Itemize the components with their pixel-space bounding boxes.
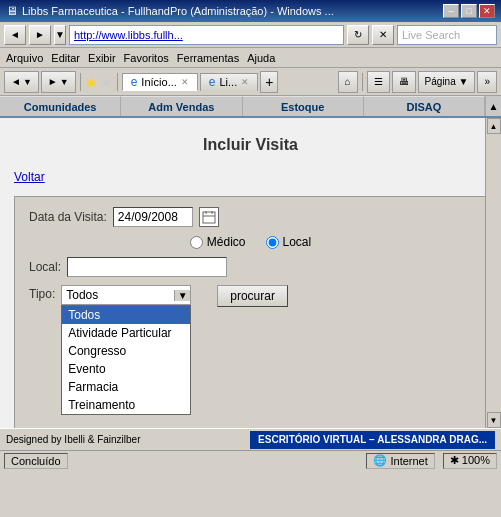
nav-scroll-btn[interactable]: ▲ — [485, 96, 501, 116]
radio-local-label: Local — [283, 235, 312, 249]
content-area: Incluir Visita Voltar Data da Visita: — [0, 118, 501, 428]
favorites-add-icon[interactable]: ★ — [100, 74, 113, 90]
local-row: Local: — [29, 257, 472, 277]
menu-favoritos[interactable]: Favoritos — [124, 52, 169, 64]
local-input[interactable] — [67, 257, 227, 277]
dropdown-item-treinamento[interactable]: Treinamento — [62, 396, 190, 414]
dropdown-item-todos[interactable]: Todos — [62, 306, 190, 324]
address-bar: ◄ ► ▼ http://www.libbs.fullh... ↻ ✕ Live… — [0, 22, 501, 48]
radio-local-option[interactable]: Local — [266, 235, 312, 249]
dropdown-item-evento[interactable]: Evento — [62, 360, 190, 378]
title-bar: 🖥 Libbs Farmaceutica - FullhandPro (Admi… — [0, 0, 501, 22]
tipo-label: Tipo: — [29, 287, 55, 301]
page-btn[interactable]: Página ▼ — [418, 71, 476, 93]
forward-button[interactable]: ► — [29, 25, 51, 45]
tipo-select-display[interactable]: Todos ▼ — [61, 285, 191, 305]
page-title: Incluir Visita — [10, 136, 491, 154]
radio-medico-label: Médico — [207, 235, 246, 249]
radio-medico[interactable] — [190, 236, 203, 249]
page-content: Incluir Visita Voltar Data da Visita: — [0, 118, 501, 428]
app-icon: 🖥 — [6, 4, 18, 18]
tab-inicio[interactable]: e Início... ✕ — [122, 73, 198, 91]
tipo-row: Tipo: Todos ▼ Todos Atividade Particular… — [29, 285, 472, 415]
new-tab-btn[interactable]: + — [260, 71, 278, 93]
tab-li[interactable]: e Li... ✕ — [200, 73, 258, 91]
date-label: Data da Visita: — [29, 210, 107, 224]
menu-editar[interactable]: Editar — [51, 52, 80, 64]
dropdown-item-farmacia[interactable]: Farmacia — [62, 378, 190, 396]
ie-icon: e — [131, 75, 138, 89]
footer-bar: Designed by Ibelli & Fainzilber ESCRITÓR… — [0, 428, 501, 450]
calendar-button[interactable] — [199, 207, 219, 227]
minimize-button[interactable]: – — [443, 4, 459, 18]
print-btn[interactable]: 🖶 — [392, 71, 416, 93]
menu-bar: Arquivo Editar Exibir Favoritos Ferramen… — [0, 48, 501, 68]
tipo-dropdown-container: Todos ▼ Todos Atividade Particular Congr… — [61, 285, 191, 415]
radio-group: Médico Local — [29, 235, 472, 249]
tipo-dropdown-list: Todos Atividade Particular Congresso Eve… — [61, 305, 191, 415]
toolbar: ◄ ▼ ► ▼ ★ ★ e Início... ✕ e Li... ✕ + ⌂ … — [0, 68, 501, 96]
nav-tab-adm-vendas[interactable]: Adm Vendas — [121, 96, 242, 116]
menu-ferramentas[interactable]: Ferramentas — [177, 52, 239, 64]
ie-icon-2: e — [209, 75, 216, 89]
forward-toolbar-btn[interactable]: ► ▼ — [41, 71, 76, 93]
procurar-button[interactable]: procurar — [217, 285, 288, 307]
menu-ajuda[interactable]: Ajuda — [247, 52, 275, 64]
extra-btn[interactable]: » — [477, 71, 497, 93]
home-btn[interactable]: ⌂ — [338, 71, 358, 93]
radio-local[interactable] — [266, 236, 279, 249]
toolbar-sep-3 — [362, 73, 363, 91]
close-button[interactable]: ✕ — [479, 4, 495, 18]
feeds-btn[interactable]: ☰ — [367, 71, 390, 93]
back-link[interactable]: Voltar — [14, 170, 45, 184]
stop-button[interactable]: ✕ — [372, 25, 394, 45]
dropdown-button[interactable]: ▼ — [54, 25, 66, 45]
scroll-up-btn[interactable]: ▲ — [487, 118, 501, 134]
date-row: Data da Visita: — [29, 207, 472, 227]
menu-exibir[interactable]: Exibir — [88, 52, 116, 64]
nav-tab-comunidades[interactable]: Comunidades — [0, 96, 121, 116]
date-input[interactable] — [113, 207, 193, 227]
window-title: Libbs Farmaceutica - FullhandPro (Admini… — [22, 5, 334, 17]
maximize-button[interactable]: □ — [461, 4, 477, 18]
globe-icon: 🌐 — [373, 454, 387, 467]
nav-tab-disaq[interactable]: DISAQ — [364, 96, 485, 116]
local-label: Local: — [29, 260, 61, 274]
toolbar-sep-1 — [80, 73, 81, 91]
favorites-star-icon[interactable]: ★ — [85, 74, 98, 90]
nav-tab-estoque[interactable]: Estoque — [243, 96, 364, 116]
tipo-selected-value: Todos — [62, 288, 174, 302]
back-toolbar-btn[interactable]: ◄ ▼ — [4, 71, 39, 93]
address-input[interactable]: http://www.libbs.fullh... — [69, 25, 344, 45]
scroll-down-btn[interactable]: ▼ — [487, 412, 501, 428]
nav-tabs: Comunidades Adm Vendas Estoque DISAQ ▲ — [0, 96, 501, 118]
status-text: Concluído — [4, 453, 68, 469]
status-bar: Concluído 🌐 Internet ✱ 100% — [0, 450, 501, 470]
dropdown-item-atividade[interactable]: Atividade Particular — [62, 324, 190, 342]
back-button[interactable]: ◄ — [4, 25, 26, 45]
footer-designed-by: Designed by Ibelli & Fainzilber — [6, 434, 141, 445]
svg-rect-0 — [203, 212, 215, 223]
tipo-dropdown-arrow[interactable]: ▼ — [174, 290, 190, 301]
footer-escritorio: ESCRITÓRIO VIRTUAL – ALESSANDRA DRAG... — [250, 431, 495, 449]
search-input[interactable]: Live Search — [397, 25, 497, 45]
form-container: Data da Visita: Médico — [14, 196, 487, 428]
toolbar-sep-2 — [117, 73, 118, 91]
calendar-icon — [202, 210, 216, 224]
refresh-button[interactable]: ↻ — [347, 25, 369, 45]
scrollbar[interactable]: ▲ ▼ — [485, 118, 501, 428]
status-zone: 🌐 Internet — [366, 453, 434, 469]
radio-medico-option[interactable]: Médico — [190, 235, 246, 249]
menu-arquivo[interactable]: Arquivo — [6, 52, 43, 64]
status-zoom: ✱ 100% — [443, 453, 497, 469]
dropdown-item-congresso[interactable]: Congresso — [62, 342, 190, 360]
